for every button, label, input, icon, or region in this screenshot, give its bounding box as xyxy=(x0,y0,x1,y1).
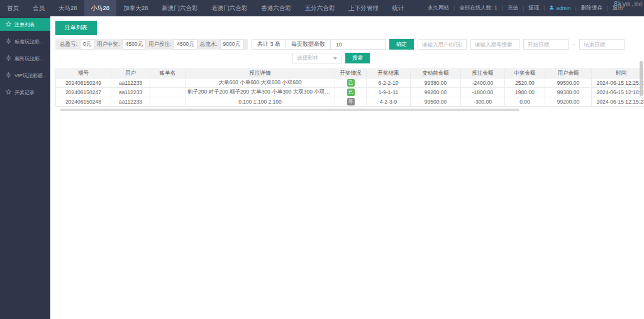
nav-item-加拿大28[interactable]: 加拿大28 xyxy=(116,0,155,16)
end-date-input[interactable] xyxy=(579,39,625,50)
stat-value: 4500元 xyxy=(122,40,145,50)
cell-bet: -1800.00 xyxy=(461,88,505,97)
cell-user: aa112233 xyxy=(111,97,150,107)
nav-item-大马28[interactable]: 大马28 xyxy=(52,0,84,16)
cell-bet: -300.00 xyxy=(461,97,505,107)
nav-item-香港六合彩[interactable]: 香港六合彩 xyxy=(254,0,298,16)
sidebar-item-开奖记录[interactable]: 开奖记录 xyxy=(0,86,50,99)
sidebar-item-标准玩法彩赔率...[interactable]: 标准玩法彩赔率... xyxy=(0,35,50,48)
table-row: 202406150247aa112233豹子200 对子200 顺子200 大单… xyxy=(56,88,644,97)
cell-win: 0.00 xyxy=(505,97,545,107)
cell-account xyxy=(150,97,186,107)
column-header-期号: 期号 xyxy=(56,69,111,78)
cell-status: 已 xyxy=(335,78,367,88)
total-count-label: 共计 3 条 xyxy=(252,40,286,49)
sidebar-item-VIP玩法彩赔率设...[interactable]: VIP玩法彩赔率设... xyxy=(0,69,50,82)
cell-win: 2520.00 xyxy=(505,78,545,88)
stat-label: 总盈亏: xyxy=(60,41,77,48)
start-date-input[interactable] xyxy=(523,39,569,50)
admin-user-menu[interactable]: admin xyxy=(545,5,575,11)
nav-item-五分六合彩[interactable]: 五分六合彩 xyxy=(298,0,342,16)
watermark: 8kym.me xyxy=(614,0,643,8)
horizontal-scrollbar[interactable] xyxy=(60,109,519,111)
cell-user: aa112233 xyxy=(111,78,150,88)
cell-bet: -2400.00 xyxy=(461,78,505,88)
sidebar: 注单列表标准玩法彩赔率...惠民玩法彩赔率...VIP玩法彩赔率设...开奖记录 xyxy=(0,16,50,319)
column-header-时间: 时间 xyxy=(592,69,644,78)
cell-result: 4-2-3-9 xyxy=(367,97,411,107)
column-header-投注金额: 投注金额 xyxy=(461,69,505,78)
cell-win: 1980.00 xyxy=(505,88,545,97)
nav-item-统计[interactable]: 统计 xyxy=(386,0,411,16)
cell-balance: 99380.00 xyxy=(545,88,592,97)
cell-issue: 202406150248 xyxy=(56,97,111,107)
lottery-select[interactable]: 选择彩种 xyxy=(292,53,341,63)
navbar-link-永久网站[interactable]: 永久网站 xyxy=(423,4,453,12)
star-icon xyxy=(6,21,11,28)
stats-bar: 总盈亏:0元用户中奖:4500元用户投注:4500元总流水:9000元 xyxy=(55,39,248,50)
draw-status-badge[interactable]: 已 xyxy=(347,89,355,96)
filter-row-2: 选择彩种 搜索 xyxy=(292,53,639,63)
search-button[interactable]: 搜索 xyxy=(345,53,370,63)
column-header-开奖情况: 开奖情况 xyxy=(335,69,367,78)
gear-icon xyxy=(6,55,11,62)
nav-item-小马28[interactable]: 小马28 xyxy=(84,0,117,16)
cell-status: 等 xyxy=(335,97,367,107)
cell-status: 已 xyxy=(335,88,367,97)
filter-row-1: 总盈亏:0元用户中奖:4500元用户投注:4500元总流水:9000元 共计 3… xyxy=(55,39,639,50)
sidebar-item-label: VIP玩法彩赔率设... xyxy=(14,72,48,79)
cell-before: 99380.00 xyxy=(411,78,461,88)
sidebar-item-label: 惠民玩法彩赔率... xyxy=(14,55,48,62)
cell-detail: 大单600 小单600 大双600 小双600 xyxy=(186,78,335,88)
issue-search-input[interactable] xyxy=(470,39,519,50)
pagination-settings: 共计 3 条 每页数据条数 xyxy=(252,39,386,50)
vertical-scrollbar[interactable] xyxy=(640,61,643,96)
cell-time: 2024-06-15 12:15:23 xyxy=(592,97,644,107)
cell-issue: 202406150247 xyxy=(56,88,111,97)
cell-user: aa112233 xyxy=(111,88,150,97)
navbar-link-删除缓存[interactable]: 删除缓存 xyxy=(577,4,607,12)
filter-area: 总盈亏:0元用户中奖:4500元用户投注:4500元总流水:9000元 共计 3… xyxy=(50,39,644,63)
draw-status-badge[interactable]: 已 xyxy=(347,79,355,87)
cell-balance: 99500.00 xyxy=(545,78,592,88)
chevron-down-icon xyxy=(333,57,337,60)
cell-account xyxy=(150,78,186,88)
table-header-row: 期号用户账单名投注详情开奖情况开奖结果变动前金额投注金额中奖金额用户余额时间 xyxy=(56,69,644,78)
cell-before: 99500.00 xyxy=(411,97,461,107)
column-header-中奖金额: 中奖金额 xyxy=(505,69,545,78)
nav-item-首页[interactable]: 首页 xyxy=(0,0,26,16)
column-header-用户余额: 用户余额 xyxy=(545,69,592,78)
orders-table: 期号用户账单名投注详情开奖情况开奖结果变动前金额投注金额中奖金额用户余额时间 2… xyxy=(55,68,644,107)
tab-order-list[interactable]: 注单列表 xyxy=(55,21,97,35)
nav-item-上下分管理[interactable]: 上下分管理 xyxy=(341,0,386,16)
navbar-link-全部在线人数: 1: 全部在线人数: 1 xyxy=(455,4,501,12)
navbar-right: 永久网站|全部在线人数: 1|充值|提现|admin|删除缓存|退出 xyxy=(423,0,644,16)
user-search-input[interactable] xyxy=(418,39,467,50)
stat-value: 0元 xyxy=(80,40,94,50)
navbar-link-提现[interactable]: 提现 xyxy=(524,4,543,12)
stat-value: 4500元 xyxy=(174,40,197,50)
column-header-变动前金额: 变动前金额 xyxy=(411,69,461,78)
top-navbar: 首页会员大马28小马28加拿大28新澳门六合彩老澳门六合彩香港六合彩五分六合彩上… xyxy=(0,0,644,16)
column-header-开奖结果: 开奖结果 xyxy=(367,69,411,78)
nav-item-新澳门六合彩[interactable]: 新澳门六合彩 xyxy=(155,0,204,16)
cell-result: 1-9-1-11 xyxy=(367,88,411,97)
cell-detail: 0.100 1.100 2.100 xyxy=(186,97,335,107)
stat-value: 9000元 xyxy=(220,40,243,50)
sidebar-item-惠民玩法彩赔率...[interactable]: 惠民玩法彩赔率... xyxy=(0,52,50,65)
cell-result: 6-2-2-10 xyxy=(367,78,411,88)
navbar-link-充值[interactable]: 充值 xyxy=(503,4,523,12)
confirm-button[interactable]: 确定 xyxy=(389,39,414,50)
nav-item-老澳门六合彩[interactable]: 老澳门六合彩 xyxy=(204,0,254,16)
stat-label: 用户投注: xyxy=(148,41,171,48)
cell-time: 2024-06-15 12:25:01 xyxy=(592,78,644,88)
date-range-separator: - xyxy=(572,41,575,48)
main-content: 注单列表 总盈亏:0元用户中奖:4500元用户投注:4500元总流水:9000元… xyxy=(50,16,644,319)
per-page-label: 每页数据条数 xyxy=(286,40,330,49)
draw-status-badge[interactable]: 等 xyxy=(347,98,355,105)
lottery-select-value: 选择彩种 xyxy=(297,55,318,62)
nav-item-会员[interactable]: 会员 xyxy=(26,0,52,16)
per-page-input[interactable] xyxy=(336,41,380,48)
main-menu: 首页会员大马28小马28加拿大28新澳门六合彩老澳门六合彩香港六合彩五分六合彩上… xyxy=(0,0,411,16)
sidebar-item-注单列表[interactable]: 注单列表 xyxy=(0,18,50,31)
